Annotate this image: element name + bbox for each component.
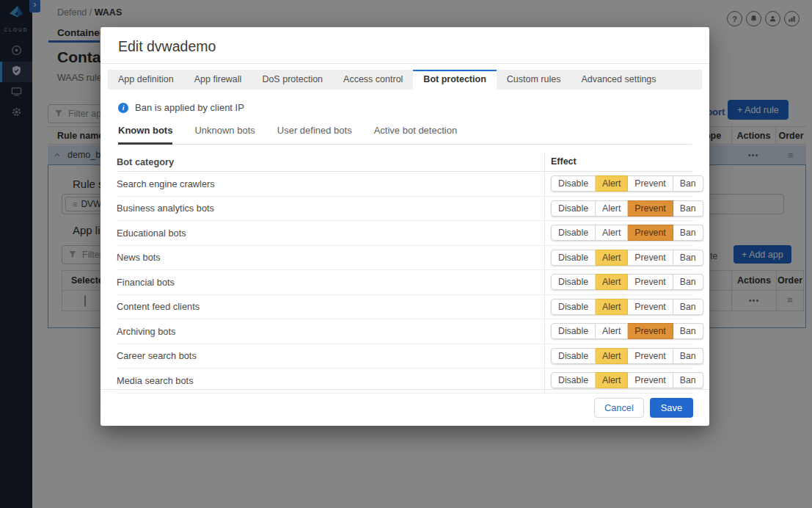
modal-tab-access-control[interactable]: Access control [333,70,413,90]
effect-cell: DisableAlertPreventBan [544,221,693,245]
modal-tab-bar: App definitionApp firewallDoS protection… [108,70,702,90]
effect-option-ban[interactable]: Ban [673,250,703,266]
effect-option-alert-selected[interactable]: Alert [596,175,628,192]
bot-row-search-engine-crawlers: Search engine crawlersDisableAlertPreven… [117,172,693,197]
effect-option-disable[interactable]: Disable [551,225,596,241]
modal-tab-custom-rules[interactable]: Custom rules [497,70,571,90]
bot-row-financial-bots: Financial botsDisableAlertPreventBan [117,270,693,295]
effect-option-prevent[interactable]: Prevent [628,299,673,315]
effect-option-ban[interactable]: Ban [673,348,703,364]
info-icon: i [118,103,128,113]
modal-title: Edit dvwademo [118,38,692,55]
effect-segmented-control: DisableAlertPreventBan [551,372,703,388]
bot-row-content-feed-clients: Content feed clientsDisableAlertPreventB… [117,295,693,320]
effect-option-ban[interactable]: Ban [673,274,703,290]
effect-option-disable[interactable]: Disable [551,274,596,290]
effect-option-prevent[interactable]: Prevent [628,372,673,388]
effect-option-prevent[interactable]: Prevent [628,250,673,266]
effect-option-ban[interactable]: Ban [673,175,703,192]
bot-category-cell: News bots [117,252,544,263]
effect-option-prevent-selected[interactable]: Prevent [628,225,673,241]
effect-option-disable[interactable]: Disable [551,200,596,217]
bot-category-cell: Archiving bots [117,326,544,337]
effect-option-alert[interactable]: Alert [596,200,628,217]
effect-segmented-control: DisableAlertPreventBan [551,250,703,266]
effect-segmented-control: DisableAlertPreventBan [551,348,703,364]
modal-tab-app-firewall[interactable]: App firewall [184,70,252,90]
effect-segmented-control: DisableAlertPreventBan [551,323,703,339]
bot-category-header: Bot category [117,156,544,167]
modal-footer: Cancel Save [100,389,709,426]
effect-option-disable[interactable]: Disable [551,348,596,364]
effect-option-prevent[interactable]: Prevent [628,348,673,364]
subtab-user-defined-bots[interactable]: User defined bots [277,125,352,144]
bot-row-news-bots: News botsDisableAlertPreventBan [117,246,693,271]
bot-row-educational-bots: Educational botsDisableAlertPreventBan [117,221,693,246]
effect-segmented-control: DisableAlertPreventBan [551,175,703,192]
bot-category-cell: Financial bots [117,277,544,288]
bot-category-cell: Media search bots [117,375,544,386]
effect-segmented-control: DisableAlertPreventBan [551,200,703,217]
bot-table-rows: Search engine crawlersDisableAlertPreven… [117,172,693,393]
effect-option-ban[interactable]: Ban [673,372,703,388]
effect-option-ban[interactable]: Ban [673,299,703,315]
effect-option-alert-selected[interactable]: Alert [596,250,628,266]
effect-option-disable[interactable]: Disable [551,299,596,315]
effect-cell: DisableAlertPreventBan [544,197,693,221]
bot-category-cell: Educational bots [117,228,544,239]
effect-option-prevent-selected[interactable]: Prevent [628,323,673,339]
effect-option-prevent[interactable]: Prevent [628,175,673,192]
effect-cell: DisableAlertPreventBan [544,246,693,270]
edit-rule-modal: Edit dvwademo App definitionApp firewall… [100,27,709,426]
modal-tab-advanced-settings[interactable]: Advanced settings [571,70,666,90]
effect-option-alert-selected[interactable]: Alert [596,372,628,388]
info-banner-text: Ban is applied by client IP [135,102,244,113]
info-banner: i Ban is applied by client IP [118,102,692,113]
effect-option-ban[interactable]: Ban [673,225,703,241]
bot-row-career-search-bots: Career search botsDisableAlertPreventBan [117,344,693,369]
effect-header: Effect [544,152,693,171]
effect-segmented-control: DisableAlertPreventBan [551,274,703,290]
bot-subtabs: Known botsUnknown botsUser defined botsA… [118,125,692,145]
effect-segmented-control: DisableAlertPreventBan [551,299,703,315]
subtab-active-bot-detection[interactable]: Active bot detection [374,125,457,144]
effect-cell: DisableAlertPreventBan [544,270,693,294]
modal-tab-bot-protection[interactable]: Bot protection [413,70,496,90]
bot-table-header: Bot category Effect [117,152,693,172]
effect-option-alert-selected[interactable]: Alert [596,348,628,364]
bot-category-cell: Search engine crawlers [117,178,544,189]
bot-category-cell: Business analytics bots [117,203,544,214]
effect-cell: DisableAlertPreventBan [544,344,693,369]
save-button[interactable]: Save [650,398,693,418]
bot-category-cell: Content feed clients [117,301,544,312]
subtab-known-bots[interactable]: Known bots [118,125,172,145]
effect-option-alert-selected[interactable]: Alert [596,274,628,290]
cancel-button[interactable]: Cancel [594,398,644,418]
effect-option-disable[interactable]: Disable [551,175,596,192]
subtab-unknown-bots[interactable]: Unknown bots [194,125,255,144]
bot-table: Bot category Effect Search engine crawle… [117,152,693,393]
effect-option-disable[interactable]: Disable [551,323,596,339]
bot-category-cell: Career search bots [117,350,544,361]
effect-option-disable[interactable]: Disable [551,372,596,388]
effect-option-alert-selected[interactable]: Alert [596,299,628,315]
effect-segmented-control: DisableAlertPreventBan [551,225,703,241]
effect-cell: DisableAlertPreventBan [544,319,693,344]
effect-option-prevent[interactable]: Prevent [628,274,673,290]
effect-option-prevent-selected[interactable]: Prevent [628,200,673,217]
modal-tab-dos-protection[interactable]: DoS protection [252,70,333,90]
bot-row-archiving-bots: Archiving botsDisableAlertPreventBan [117,319,693,344]
effect-option-alert[interactable]: Alert [596,323,628,339]
modal-header: Edit dvwademo [100,27,709,64]
effect-cell: DisableAlertPreventBan [544,172,693,196]
screen: CLOUD [0,0,812,508]
effect-option-ban[interactable]: Ban [673,200,703,217]
modal-tab-app-definition[interactable]: App definition [108,70,184,90]
effect-option-disable[interactable]: Disable [551,250,596,266]
effect-option-alert[interactable]: Alert [596,225,628,241]
bot-row-business-analytics-bots: Business analytics botsDisableAlertPreve… [117,197,693,222]
effect-option-ban[interactable]: Ban [673,323,703,339]
effect-cell: DisableAlertPreventBan [544,295,693,319]
